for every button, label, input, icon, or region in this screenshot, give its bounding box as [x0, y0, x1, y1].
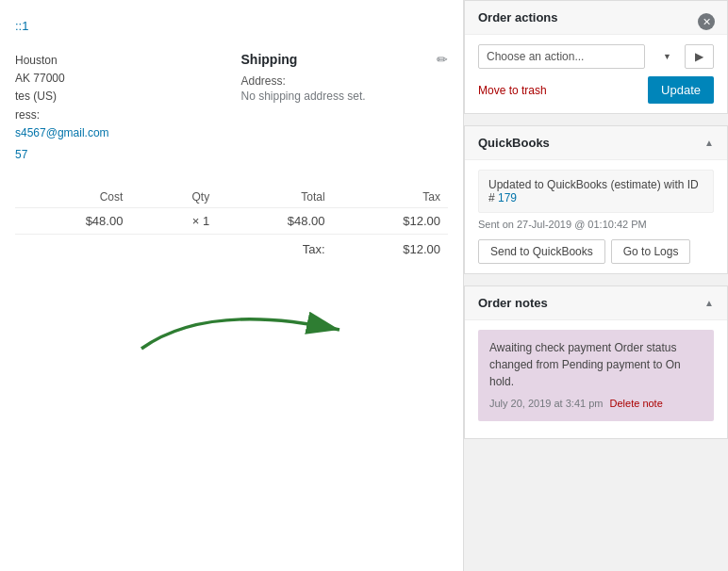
row-total: $48.00	[217, 208, 332, 235]
shipping-no-address: No shipping address set.	[241, 90, 449, 103]
row-qty: × 1	[130, 208, 217, 235]
quickbooks-collapse-icon[interactable]: ▲	[704, 138, 714, 148]
shipping-title: Shipping	[241, 52, 298, 67]
quickbooks-body: Updated to QuickBooks (estimate) with ID…	[465, 160, 727, 273]
col-header-total: Total	[217, 187, 332, 208]
quickbooks-info-text: Updated to QuickBooks (estimate) with ID…	[488, 178, 699, 204]
billing-email[interactable]: s4567@gmail.com	[15, 126, 109, 139]
order-notes-header: Order notes ▲	[465, 286, 727, 320]
col-header-tax: Tax	[333, 187, 448, 208]
billing-country: tes (US)	[15, 88, 223, 106]
update-button[interactable]: Update	[648, 76, 714, 104]
order-actions-section: Order actions ▲ Choose an action... Emai…	[464, 0, 728, 114]
quickbooks-title: QuickBooks	[478, 136, 550, 150]
action-select[interactable]: Choose an action... Email invoice Resend…	[478, 44, 645, 69]
billing-phone: 57	[15, 146, 223, 164]
move-to-trash-link[interactable]: Move to trash	[478, 84, 547, 97]
action-row: Choose an action... Email invoice Resend…	[478, 44, 714, 69]
right-panel: Order actions ▲ Choose an action... Emai…	[464, 0, 728, 571]
close-button[interactable]: ✕	[698, 13, 715, 30]
close-icon: ✕	[703, 17, 711, 27]
send-to-quickbooks-button[interactable]: Send to QuickBooks	[478, 239, 605, 264]
action-arrow-button[interactable]: ▶	[685, 44, 714, 69]
order-notes-collapse-icon[interactable]: ▲	[704, 298, 714, 308]
billing-email-label: ress:	[15, 106, 223, 124]
tax-label: Tax:	[217, 235, 332, 263]
actions-footer: Move to trash Update	[478, 76, 714, 104]
order-notes-title: Order notes	[478, 296, 548, 310]
note-item: Awaiting check payment Order status chan…	[478, 330, 714, 421]
quickbooks-section: QuickBooks ▲ Updated to QuickBooks (esti…	[464, 125, 728, 274]
delete-note-link[interactable]: Delete note	[610, 398, 663, 409]
quickbooks-header: QuickBooks ▲	[465, 126, 727, 160]
billing-info: Houston AK 77000 tes (US) ress: s4567@gm…	[15, 52, 223, 164]
action-select-wrapper: Choose an action... Email invoice Resend…	[478, 44, 679, 69]
shipping-col: Shipping ✏ Address: No shipping address …	[241, 52, 449, 164]
quickbooks-sent: Sent on 27-Jul-2019 @ 01:10:42 PM	[478, 219, 714, 230]
col-header-cost: Cost	[15, 187, 130, 208]
go-to-logs-button[interactable]: Go to Logs	[611, 239, 691, 264]
note-text: Awaiting check payment Order status chan…	[489, 339, 703, 390]
billing-col: Houston AK 77000 tes (US) ress: s4567@gm…	[15, 52, 223, 164]
table-row: $48.00 × 1 $48.00 $12.00	[15, 208, 448, 235]
shipping-edit-icon[interactable]: ✏	[437, 52, 448, 67]
note-timestamp: July 20, 2019 at 3:41 pm	[489, 398, 603, 409]
tax-summary-row: Tax: $12.00	[15, 235, 448, 263]
quickbooks-id-link[interactable]: 179	[498, 191, 517, 204]
order-id: ::1	[15, 19, 448, 33]
billing-state-zip: AK 77000	[15, 70, 223, 88]
tax-value: $12.00	[333, 235, 448, 263]
left-panel: ::1 Houston AK 77000 tes (US) ress: s456…	[0, 0, 464, 571]
quickbooks-btn-row: Send to QuickBooks Go to Logs	[478, 239, 714, 264]
shipping-address-label: Address:	[241, 74, 449, 88]
address-row: Houston AK 77000 tes (US) ress: s4567@gm…	[15, 52, 448, 164]
order-actions-header: Order actions ▲	[465, 1, 727, 35]
order-table: Cost Qty Total Tax $48.00 × 1 $48.00 $12…	[15, 187, 448, 262]
col-header-qty: Qty	[130, 187, 217, 208]
note-meta: July 20, 2019 at 3:41 pm Delete note	[489, 396, 703, 412]
row-tax: $12.00	[333, 208, 448, 235]
notes-body: Awaiting check payment Order status chan…	[465, 320, 727, 438]
order-notes-section: Order notes ▲ Awaiting check payment Ord…	[464, 286, 728, 439]
row-cost: $48.00	[15, 208, 130, 235]
order-actions-body: Choose an action... Email invoice Resend…	[465, 35, 727, 113]
billing-city: Houston	[15, 52, 223, 70]
quickbooks-info-box: Updated to QuickBooks (estimate) with ID…	[478, 170, 714, 213]
order-actions-title: Order actions	[478, 10, 558, 24]
